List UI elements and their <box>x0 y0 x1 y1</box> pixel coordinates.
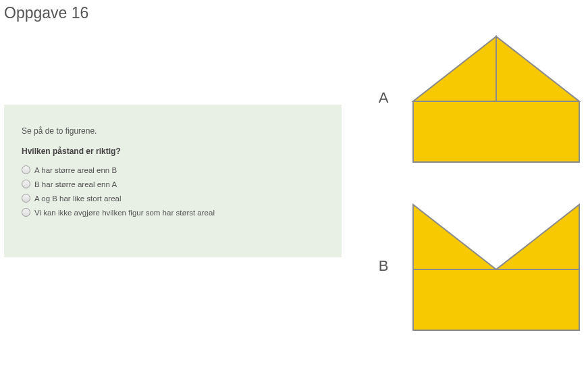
option-label: A har større areal enn B <box>34 166 117 174</box>
radio-icon <box>22 208 30 217</box>
option-b-larger[interactable]: B har større areal enn A <box>22 180 328 188</box>
figure-b-row: B <box>375 200 581 332</box>
svg-marker-4 <box>413 205 496 269</box>
figure-a-label: A <box>375 89 392 107</box>
radio-icon <box>22 194 30 203</box>
radio-icon <box>22 180 30 188</box>
svg-marker-5 <box>496 205 579 269</box>
figures-area: A B <box>375 32 581 332</box>
option-equal[interactable]: A og B har like stort areal <box>22 194 328 203</box>
svg-marker-1 <box>413 36 496 101</box>
question-panel: Se på de to figurene. Hvilken påstand er… <box>4 105 342 257</box>
page-title: Oppgave 16 <box>0 0 588 22</box>
question-intro: Se på de to figurene. <box>22 126 328 136</box>
option-a-larger[interactable]: A har større areal enn B <box>22 165 328 174</box>
options-list: A har større areal enn B B har større ar… <box>22 165 328 217</box>
option-label: Vi kan ikke avgjøre hvilken figur som ha… <box>34 209 215 217</box>
option-unknown[interactable]: Vi kan ikke avgjøre hvilken figur som ha… <box>22 208 328 217</box>
figure-b-shape <box>412 200 581 332</box>
svg-marker-0 <box>413 101 579 162</box>
figure-a-shape <box>412 32 581 163</box>
option-label: A og B har like stort areal <box>34 194 121 203</box>
figure-a-row: A <box>375 32 581 163</box>
svg-marker-2 <box>496 36 579 101</box>
figure-b-label: B <box>375 257 392 275</box>
question-prompt: Hvilken påstand er riktig? <box>22 147 328 156</box>
option-label: B har større areal enn A <box>34 180 117 188</box>
svg-marker-3 <box>413 269 579 330</box>
radio-icon <box>22 165 30 174</box>
